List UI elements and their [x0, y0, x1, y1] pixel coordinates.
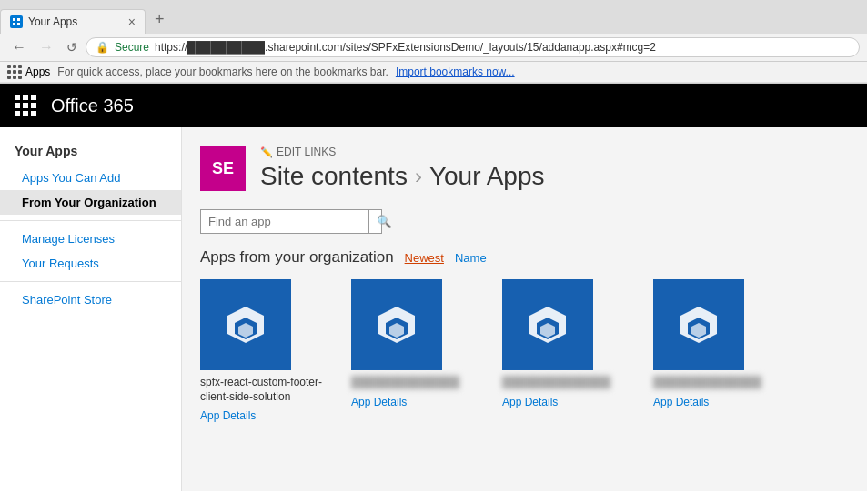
app-icon-0[interactable] [200, 279, 291, 370]
bookmarks-apps-label: Apps [25, 66, 50, 78]
sidebar-item-your-requests[interactable]: Your Requests [0, 251, 181, 276]
browser-chrome: Your Apps × + ← → ↺ 🔒 Secure https://███… [0, 0, 867, 84]
app-detail-link-2[interactable]: App Details [502, 396, 639, 408]
bookmarks-bar: Apps For quick access, place your bookma… [0, 62, 867, 83]
office365-header: Office 365 [0, 84, 867, 127]
app-name-0: spfx-react-custom-footer-client-side-sol… [200, 376, 337, 404]
avatar: SE [200, 146, 246, 191]
new-tab-button[interactable]: + [146, 5, 174, 34]
edit-links-label: EDIT LINKS [277, 146, 336, 158]
svg-rect-1 [17, 18, 20, 21]
waffle-button[interactable] [15, 95, 36, 116]
pencil-icon: ✏️ [260, 146, 273, 158]
edit-links-button[interactable]: ✏️ EDIT LINKS [260, 146, 545, 158]
back-button[interactable]: ← [7, 37, 31, 57]
tab-favicon [10, 15, 23, 28]
search-container: 🔍 [200, 209, 849, 234]
search-input[interactable] [201, 210, 368, 233]
import-bookmarks-link[interactable]: Import bookmarks now... [396, 66, 515, 78]
sidebar: Your Apps Apps You Can Add From Your Org… [0, 127, 182, 491]
breadcrumb-section: ✏️ EDIT LINKS Site contents › Your Apps [260, 146, 545, 191]
forward-button[interactable]: → [35, 37, 58, 57]
office365-title: Office 365 [51, 96, 134, 116]
sort-newest-link[interactable]: Newest [405, 251, 444, 265]
address-bar: ← → ↺ 🔒 Secure https://██████████.sharep… [0, 34, 867, 62]
sort-name-link[interactable]: Name [455, 251, 487, 265]
app-detail-link-3[interactable]: App Details [653, 396, 790, 408]
search-button[interactable]: 🔍 [368, 210, 399, 233]
app-card-2: ██████████████ App Details [502, 279, 639, 422]
reload-button[interactable]: ↺ [62, 38, 82, 56]
sidebar-divider-1 [0, 220, 181, 221]
main-container: Your Apps Apps You Can Add From Your Org… [0, 127, 867, 491]
tab-bar: Your Apps × + [0, 0, 867, 34]
breadcrumb-separator: › [415, 164, 422, 189]
apps-grid-icon [7, 65, 22, 79]
search-box: 🔍 [200, 209, 382, 234]
sidebar-item-sharepoint-store[interactable]: SharePoint Store [0, 287, 181, 312]
main-content: SE ✏️ EDIT LINKS Site contents › Your Ap… [182, 127, 867, 491]
url-text[interactable]: https://██████████.sharepoint.com/sites/… [155, 41, 850, 54]
secure-label: Secure [115, 41, 149, 54]
tab-close-button[interactable]: × [128, 15, 136, 29]
sidebar-item-apps-you-can-add[interactable]: Apps You Can Add [0, 166, 181, 190]
app-icon-3[interactable] [653, 279, 744, 370]
sidebar-divider-2 [0, 281, 181, 282]
bookmarks-message: For quick access, place your bookmarks h… [57, 66, 388, 78]
apps-section-header: Apps from your organization Newest Name [200, 248, 849, 267]
breadcrumb-parent[interactable]: Site contents [260, 162, 408, 191]
bookmarks-apps-section: Apps [7, 65, 50, 79]
apps-grid: spfx-react-custom-footer-client-side-sol… [200, 279, 849, 422]
url-bar[interactable]: 🔒 Secure https://██████████.sharepoint.c… [86, 37, 860, 57]
app-card-0: spfx-react-custom-footer-client-side-sol… [200, 279, 337, 422]
apps-from-org-title: Apps from your organization [200, 248, 394, 267]
app-name-2: ██████████████ [502, 376, 639, 390]
app-name-1: ██████████████ [351, 376, 488, 390]
app-card-3: ██████████████ App Details [653, 279, 790, 422]
page-title: Site contents › Your Apps [260, 162, 545, 191]
sidebar-item-from-your-org[interactable]: From Your Organization [0, 190, 181, 215]
active-tab[interactable]: Your Apps × [0, 9, 146, 34]
secure-icon: 🔒 [96, 41, 109, 54]
app-card-1: ██████████████ App Details [351, 279, 488, 422]
sidebar-section-title: Your Apps [0, 136, 181, 166]
svg-rect-2 [13, 23, 15, 25]
svg-rect-0 [13, 18, 15, 21]
user-section: SE ✏️ EDIT LINKS Site contents › Your Ap… [200, 127, 849, 200]
app-icon-1[interactable] [351, 279, 442, 370]
tab-title: Your Apps [28, 15, 123, 28]
app-icon-2[interactable] [502, 279, 593, 370]
app-detail-link-1[interactable]: App Details [351, 396, 488, 408]
sidebar-item-manage-licenses[interactable]: Manage Licenses [0, 227, 181, 251]
svg-rect-3 [17, 23, 20, 25]
app-name-3: ██████████████ [653, 376, 790, 390]
app-detail-link-0[interactable]: App Details [200, 409, 337, 422]
breadcrumb-current: Your Apps [429, 162, 545, 191]
